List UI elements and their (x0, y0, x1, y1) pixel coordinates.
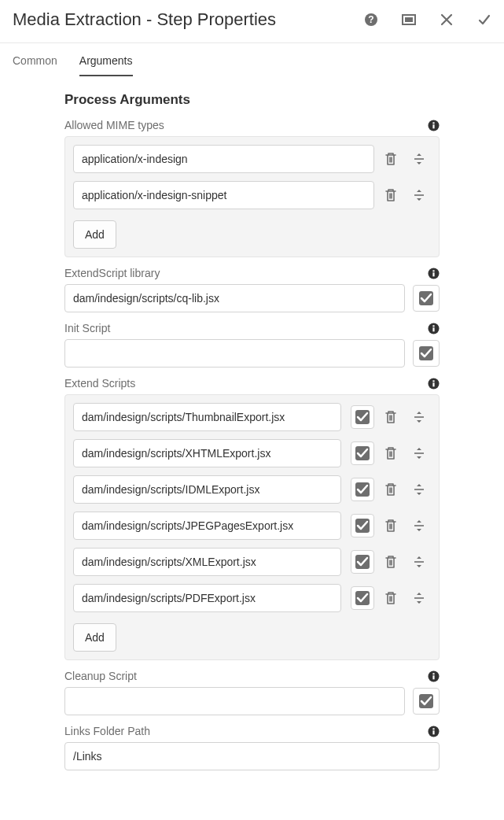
reorder-icon[interactable] (412, 555, 426, 569)
extendscript-lib-check[interactable] (413, 285, 440, 312)
extendscript-lib-label: ExtendScript library (64, 267, 160, 279)
info-icon[interactable] (428, 726, 440, 737)
extend-script-input[interactable] (73, 403, 341, 431)
mime-types-panel: Add (64, 136, 440, 257)
mime-types-label-row: Allowed MIME types (64, 119, 440, 131)
info-icon[interactable] (428, 268, 440, 279)
dialog-header: Media Extraction - Step Properties (0, 0, 504, 42)
init-script-input[interactable] (64, 339, 405, 368)
links-folder-input[interactable] (64, 742, 440, 770)
extendscript-lib-label-row: ExtendScript library (64, 267, 440, 279)
mime-row-actions (384, 188, 431, 202)
add-mime-button[interactable]: Add (73, 220, 116, 249)
extend-script-check[interactable] (351, 441, 374, 465)
trash-icon[interactable] (384, 519, 398, 533)
trash-icon[interactable] (384, 188, 398, 202)
init-script-check[interactable] (413, 340, 440, 367)
info-icon[interactable] (428, 670, 440, 682)
trash-icon[interactable] (384, 152, 398, 166)
reorder-icon[interactable] (412, 519, 426, 533)
extend-script-row (73, 439, 431, 467)
info-icon[interactable] (428, 378, 440, 390)
extend-script-input[interactable] (73, 548, 341, 576)
trash-icon[interactable] (384, 410, 398, 424)
mime-types-label: Allowed MIME types (64, 119, 164, 131)
cleanup-script-input[interactable] (64, 687, 405, 715)
cleanup-script-label-row: Cleanup Script (64, 670, 440, 682)
extend-script-check[interactable] (351, 478, 374, 501)
extend-script-actions (384, 482, 431, 497)
init-script-label: Init Script (64, 322, 110, 334)
extend-scripts-label-row: Extend Scripts (64, 377, 440, 390)
add-script-button[interactable]: Add (73, 623, 116, 652)
extend-script-row (73, 403, 431, 431)
info-icon[interactable] (428, 323, 440, 334)
trash-icon[interactable] (384, 446, 398, 460)
extend-script-check[interactable] (351, 514, 374, 537)
extend-scripts-panel: Add (64, 394, 440, 660)
cleanup-script-row (64, 687, 440, 715)
reorder-icon[interactable] (412, 410, 426, 424)
reorder-icon[interactable] (412, 188, 426, 202)
extend-script-row (73, 584, 431, 612)
extend-script-actions (384, 555, 431, 569)
trash-icon[interactable] (384, 555, 398, 569)
trash-icon[interactable] (384, 482, 398, 497)
trash-icon[interactable] (384, 591, 398, 605)
init-script-row (64, 339, 440, 368)
links-folder-label-row: Links Folder Path (64, 725, 440, 737)
extendscript-lib-input[interactable] (64, 284, 405, 312)
links-folder-label: Links Folder Path (64, 725, 150, 737)
section-title: Process Arguments (64, 92, 440, 108)
init-script-label-row: Init Script (64, 322, 440, 334)
extend-script-check[interactable] (351, 405, 374, 429)
reorder-icon[interactable] (412, 152, 426, 166)
extend-script-row (73, 512, 431, 540)
mime-type-input[interactable] (73, 181, 374, 209)
reorder-icon[interactable] (412, 482, 426, 497)
extend-script-actions (384, 410, 431, 424)
mime-type-row (73, 181, 431, 209)
confirm-icon[interactable] (477, 13, 491, 27)
tabs: Common Arguments (0, 42, 504, 76)
links-folder-row (64, 742, 440, 770)
extend-scripts-label: Extend Scripts (64, 377, 135, 390)
header-actions (364, 13, 491, 27)
extend-script-input[interactable] (73, 439, 341, 467)
tab-arguments[interactable]: Arguments (79, 43, 133, 76)
close-icon[interactable] (440, 13, 454, 27)
extend-script-row (73, 548, 431, 576)
mime-row-actions (384, 152, 431, 166)
extend-script-actions (384, 519, 431, 533)
dialog-title: Media Extraction - Step Properties (13, 9, 276, 30)
mime-type-row (73, 145, 431, 173)
tab-common[interactable]: Common (13, 43, 57, 76)
extend-script-input[interactable] (73, 475, 341, 504)
help-icon[interactable] (364, 13, 378, 27)
extend-script-input[interactable] (73, 584, 341, 612)
extend-script-row (73, 475, 431, 504)
cleanup-script-label: Cleanup Script (64, 670, 137, 682)
extend-script-input[interactable] (73, 512, 341, 540)
content: Process Arguments Allowed MIME types Add… (0, 76, 504, 794)
info-icon[interactable] (428, 120, 440, 131)
extend-script-check[interactable] (351, 550, 374, 574)
extend-script-actions (384, 591, 431, 605)
reorder-icon[interactable] (412, 446, 426, 460)
extendscript-lib-row (64, 284, 440, 312)
cleanup-script-check[interactable] (413, 688, 440, 715)
extend-script-actions (384, 446, 431, 460)
mime-type-input[interactable] (73, 145, 374, 173)
maximize-icon[interactable] (402, 13, 416, 27)
reorder-icon[interactable] (412, 591, 426, 605)
extend-script-check[interactable] (351, 586, 374, 610)
